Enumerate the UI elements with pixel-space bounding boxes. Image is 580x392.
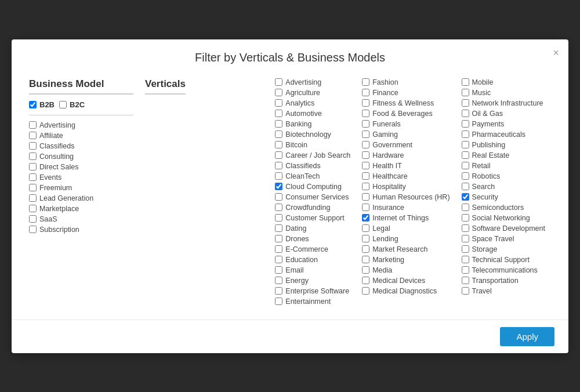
vertical-item-checkbox[interactable]: [362, 266, 369, 274]
vertical-item[interactable]: Medical Diagnostics: [362, 287, 449, 295]
vertical-item[interactable]: Semiconductors: [462, 204, 545, 212]
vertical-item-checkbox[interactable]: [462, 214, 469, 222]
vertical-item-checkbox[interactable]: [275, 120, 282, 128]
vertical-item[interactable]: Dating: [275, 224, 350, 233]
vertical-item[interactable]: Network Infrastructure: [462, 99, 545, 107]
vertical-item-checkbox[interactable]: [462, 99, 469, 107]
b2c-checkbox[interactable]: [59, 101, 67, 108]
vertical-item-checkbox[interactable]: [275, 172, 282, 180]
vertical-item-checkbox[interactable]: [275, 266, 282, 274]
vertical-item-checkbox[interactable]: [362, 99, 369, 107]
vertical-item-checkbox[interactable]: [275, 110, 282, 117]
bm-item[interactable]: Marketplace: [29, 205, 133, 213]
vertical-item-checkbox[interactable]: [362, 277, 369, 284]
vertical-item-checkbox[interactable]: [275, 89, 282, 96]
bm-item[interactable]: Consulting: [29, 153, 133, 161]
vertical-item[interactable]: Entertainment: [275, 297, 350, 306]
vertical-item[interactable]: Human Resources (HR): [362, 193, 449, 201]
vertical-item[interactable]: Career / Job Search: [275, 151, 350, 159]
vertical-item-checkbox[interactable]: [275, 193, 282, 201]
vertical-item[interactable]: Security: [462, 193, 545, 201]
vertical-item[interactable]: Classifieds: [275, 162, 350, 170]
vertical-item[interactable]: Music: [462, 89, 545, 97]
vertical-item-checkbox[interactable]: [362, 204, 369, 211]
vertical-item-checkbox[interactable]: [275, 151, 282, 159]
vertical-item-checkbox[interactable]: [362, 151, 369, 159]
vertical-item[interactable]: Fashion: [362, 78, 449, 86]
vertical-item-checkbox[interactable]: [462, 224, 469, 232]
vertical-item-checkbox[interactable]: [362, 224, 369, 232]
vertical-item-checkbox[interactable]: [275, 78, 282, 86]
vertical-item[interactable]: Social Networking: [462, 214, 545, 222]
vertical-item-checkbox[interactable]: [362, 141, 369, 148]
vertical-item-checkbox[interactable]: [362, 162, 369, 169]
vertical-item[interactable]: Cloud Computing: [275, 183, 350, 191]
vertical-item[interactable]: Payments: [462, 120, 545, 128]
vertical-item-checkbox[interactable]: [462, 141, 469, 148]
vertical-item-checkbox[interactable]: [462, 151, 469, 159]
vertical-item[interactable]: Advertising: [275, 78, 350, 86]
bm-item[interactable]: Classifieds: [29, 142, 133, 150]
vertical-item[interactable]: Publishing: [462, 141, 545, 149]
b2b-label[interactable]: B2B: [29, 100, 55, 109]
vertical-item-checkbox[interactable]: [275, 130, 282, 138]
bm-item[interactable]: Events: [29, 173, 133, 182]
vertical-item-checkbox[interactable]: [462, 256, 469, 263]
vertical-item[interactable]: Medical Devices: [362, 277, 449, 285]
vertical-item-checkbox[interactable]: [275, 297, 282, 305]
vertical-item[interactable]: Legal: [362, 224, 449, 233]
bm-item-checkbox[interactable]: [29, 132, 37, 139]
vertical-item-checkbox[interactable]: [275, 245, 282, 253]
vertical-item[interactable]: Lending: [362, 235, 449, 243]
bm-item-checkbox[interactable]: [29, 163, 37, 170]
vertical-item-checkbox[interactable]: [362, 130, 369, 138]
vertical-item[interactable]: Retail: [462, 162, 545, 170]
vertical-item[interactable]: CleanTech: [275, 172, 350, 180]
vertical-item-checkbox[interactable]: [462, 89, 469, 96]
bm-item[interactable]: Subscription: [29, 226, 133, 234]
vertical-item[interactable]: Marketing: [362, 256, 449, 264]
vertical-item-checkbox[interactable]: [462, 266, 469, 274]
vertical-item[interactable]: Insurance: [362, 204, 449, 212]
vertical-item[interactable]: Drones: [275, 235, 350, 243]
vertical-item[interactable]: Oil & Gas: [462, 110, 545, 118]
vertical-item[interactable]: Biotechnology: [275, 130, 350, 139]
vertical-item-checkbox[interactable]: [462, 162, 469, 169]
vertical-item[interactable]: Enterprise Software: [275, 287, 350, 295]
vertical-item[interactable]: Email: [275, 266, 350, 274]
vertical-item-checkbox[interactable]: [275, 204, 282, 211]
vertical-item-checkbox[interactable]: [462, 235, 469, 242]
vertical-item[interactable]: Mobile: [462, 78, 545, 86]
vertical-item[interactable]: Banking: [275, 120, 350, 128]
vertical-item-checkbox[interactable]: [462, 277, 469, 284]
vertical-item-checkbox[interactable]: [275, 183, 282, 190]
vertical-item[interactable]: Hardware: [362, 151, 449, 159]
vertical-item[interactable]: E-Commerce: [275, 245, 350, 253]
vertical-item[interactable]: Consumer Services: [275, 193, 350, 201]
vertical-item-checkbox[interactable]: [462, 120, 469, 128]
vertical-item[interactable]: Software Development: [462, 224, 545, 233]
bm-item-checkbox[interactable]: [29, 205, 37, 212]
close-button[interactable]: ×: [553, 48, 559, 58]
apply-button[interactable]: Apply: [500, 327, 554, 346]
vertical-item-checkbox[interactable]: [462, 193, 469, 201]
vertical-item[interactable]: Food & Beverages: [362, 110, 449, 118]
vertical-item-checkbox[interactable]: [362, 172, 369, 180]
bm-item-checkbox[interactable]: [29, 194, 37, 202]
vertical-item[interactable]: Automotive: [275, 110, 350, 118]
vertical-item[interactable]: Internet of Things: [362, 214, 449, 222]
vertical-item[interactable]: Analytics: [275, 99, 350, 107]
bm-item-checkbox[interactable]: [29, 226, 37, 233]
vertical-item[interactable]: Crowdfunding: [275, 204, 350, 212]
vertical-item[interactable]: Transportation: [462, 277, 545, 285]
vertical-item[interactable]: Space Travel: [462, 235, 545, 243]
vertical-item-checkbox[interactable]: [362, 120, 369, 128]
vertical-item-checkbox[interactable]: [362, 89, 369, 96]
vertical-item-checkbox[interactable]: [362, 287, 369, 295]
vertical-item-checkbox[interactable]: [462, 110, 469, 117]
b2b-checkbox[interactable]: [29, 101, 37, 108]
vertical-item-checkbox[interactable]: [275, 235, 282, 242]
vertical-item[interactable]: Media: [362, 266, 449, 274]
vertical-item-checkbox[interactable]: [462, 183, 469, 190]
vertical-item[interactable]: Energy: [275, 277, 350, 285]
